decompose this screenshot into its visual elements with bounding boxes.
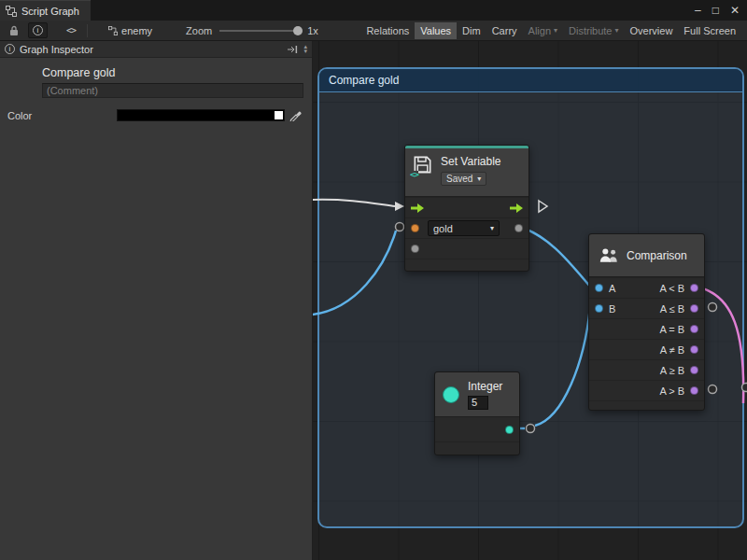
spinner-down-icon: ▾ bbox=[303, 49, 307, 54]
comparison-row: A = B bbox=[589, 318, 704, 339]
code-icon: <> bbox=[66, 25, 76, 35]
comparison-row: A A < B bbox=[589, 277, 704, 298]
comparison-header[interactable]: Comparison bbox=[589, 234, 704, 277]
value-input-port[interactable] bbox=[411, 245, 419, 253]
group-header[interactable]: Compare gold bbox=[319, 69, 742, 92]
integer-output-port[interactable] bbox=[505, 426, 514, 434]
group-title: Compare gold bbox=[329, 74, 399, 87]
chevron-down-icon: ▾ bbox=[490, 225, 494, 232]
comparison-row: B A ≤ B bbox=[589, 298, 704, 318]
chevron-down-icon: ▾ bbox=[554, 27, 557, 35]
chevron-down-icon: ▾ bbox=[615, 27, 619, 35]
graph-asset-icon bbox=[108, 26, 118, 35]
eyedropper-icon[interactable] bbox=[289, 107, 302, 121]
lock-icon bbox=[9, 25, 19, 36]
variable-name-dropdown[interactable]: gold ▾ bbox=[428, 220, 500, 236]
color-alpha-segment bbox=[275, 111, 283, 119]
output-a-gte-b-port[interactable] bbox=[690, 366, 698, 374]
dock-panel-icon[interactable] bbox=[287, 45, 298, 54]
full-screen-button[interactable]: Full Screen bbox=[678, 22, 741, 39]
variable-name-row: gold ▾ bbox=[405, 217, 529, 238]
node-footer bbox=[435, 441, 519, 455]
variable-output-port[interactable] bbox=[514, 224, 523, 232]
node-footer bbox=[405, 259, 529, 271]
zoom-slider-knob[interactable] bbox=[293, 26, 303, 35]
unconnected-port[interactable] bbox=[742, 384, 747, 392]
output-label: A ≤ B bbox=[660, 303, 684, 315]
variable-name-port[interactable] bbox=[411, 224, 419, 232]
overview-button[interactable]: Overview bbox=[625, 22, 679, 39]
output-a-greater-b-port[interactable] bbox=[690, 386, 698, 395]
comment-input[interactable] bbox=[42, 83, 303, 98]
distribute-label: Distribute bbox=[569, 25, 612, 36]
info-icon: i bbox=[5, 44, 15, 54]
output-label: A = B bbox=[659, 324, 684, 335]
node-set-variable[interactable]: <> Set Variable Saved ▾ bbox=[404, 145, 529, 272]
input-a-port[interactable] bbox=[595, 284, 603, 292]
variable-kind-dropdown[interactable]: Saved ▾ bbox=[441, 172, 486, 186]
node-title: Comparison bbox=[627, 249, 687, 262]
color-label: Color bbox=[7, 110, 32, 121]
exec-output-arrow-icon[interactable] bbox=[510, 203, 523, 213]
comparison-row: A > B bbox=[589, 380, 704, 400]
output-label: A > B bbox=[659, 385, 684, 397]
align-label: Align bbox=[529, 25, 551, 36]
exec-row bbox=[405, 197, 529, 217]
graph-asset-name: enemy bbox=[121, 25, 152, 36]
toolbar-divider bbox=[87, 24, 88, 37]
inspector-toggle-button[interactable]: i bbox=[28, 22, 48, 38]
zoom-label: Zoom bbox=[186, 25, 212, 36]
script-graph-window: Script Graph – □ ✕ i <> en bbox=[0, 0, 747, 560]
graph-toolbar: i <> enemy Zoom 1x Relations Values Dim … bbox=[0, 21, 747, 41]
zoom-slider[interactable] bbox=[219, 30, 300, 32]
main-split: i Graph Inspector ▴ ▾ Compare gold Color bbox=[0, 41, 747, 560]
distribute-dropdown-button[interactable]: Distribute ▾ bbox=[563, 22, 624, 39]
output-a-neq-b-port[interactable] bbox=[690, 345, 698, 354]
comparison-row: A ≠ B bbox=[589, 339, 704, 359]
graph-inspector-header[interactable]: i Graph Inspector ▴ ▾ bbox=[0, 41, 312, 58]
graph-inspector-title: Graph Inspector bbox=[20, 44, 93, 55]
script-graph-icon bbox=[6, 6, 17, 17]
inspected-graph-title: Compare gold bbox=[42, 66, 116, 79]
dim-button[interactable]: Dim bbox=[457, 22, 486, 39]
comparison-row: A ≥ B bbox=[589, 359, 704, 380]
output-a-lte-b-port[interactable] bbox=[690, 304, 698, 313]
exec-input-arrow-icon[interactable] bbox=[411, 203, 424, 213]
toolbar-buttons: Relations Values Dim Carry Align ▾ Distr… bbox=[360, 22, 741, 39]
edit-graph-button[interactable]: <> bbox=[63, 23, 79, 37]
carry-button[interactable]: Carry bbox=[486, 22, 523, 39]
panel-spinner[interactable]: ▴ ▾ bbox=[303, 45, 307, 53]
node-footer bbox=[589, 400, 704, 410]
unconnected-port[interactable] bbox=[709, 303, 717, 312]
integer-header[interactable]: Integer 5 bbox=[435, 372, 519, 417]
comparison-people-icon bbox=[599, 248, 619, 262]
input-b-port[interactable] bbox=[595, 304, 603, 313]
unconnected-port[interactable] bbox=[709, 385, 717, 394]
color-swatch-field[interactable] bbox=[117, 109, 285, 121]
chevron-down-icon: ▾ bbox=[477, 175, 481, 183]
graph-asset-breadcrumb[interactable]: enemy bbox=[108, 25, 152, 36]
info-icon: i bbox=[33, 25, 43, 35]
maximize-icon[interactable]: □ bbox=[712, 5, 719, 16]
set-variable-header[interactable]: <> Set Variable Saved ▾ bbox=[405, 148, 529, 197]
integer-value-field[interactable]: 5 bbox=[468, 396, 488, 410]
unconnected-port[interactable] bbox=[527, 425, 535, 433]
node-comparison[interactable]: Comparison A A < B B A ≤ B bbox=[588, 233, 705, 411]
relations-button[interactable]: Relations bbox=[360, 22, 415, 39]
close-icon[interactable]: ✕ bbox=[730, 5, 740, 16]
input-b-label: B bbox=[609, 303, 615, 315]
unconnected-port[interactable] bbox=[396, 223, 404, 231]
output-label: A ≥ B bbox=[660, 365, 684, 376]
output-a-eq-b-port[interactable] bbox=[690, 325, 698, 333]
values-button[interactable]: Values bbox=[415, 22, 457, 39]
tab-script-graph[interactable]: Script Graph bbox=[0, 0, 91, 21]
variable-name-value: gold bbox=[433, 223, 453, 234]
align-dropdown-button[interactable]: Align ▾ bbox=[523, 22, 563, 39]
lock-button[interactable] bbox=[6, 23, 22, 38]
minimize-icon[interactable]: – bbox=[695, 5, 701, 16]
node-title: Set Variable bbox=[441, 155, 500, 168]
graph-canvas[interactable]: Compare gold bbox=[313, 41, 747, 560]
node-integer[interactable]: Integer 5 bbox=[434, 371, 520, 455]
node-title: Integer bbox=[468, 380, 502, 393]
output-a-less-b-port[interactable] bbox=[690, 284, 698, 292]
